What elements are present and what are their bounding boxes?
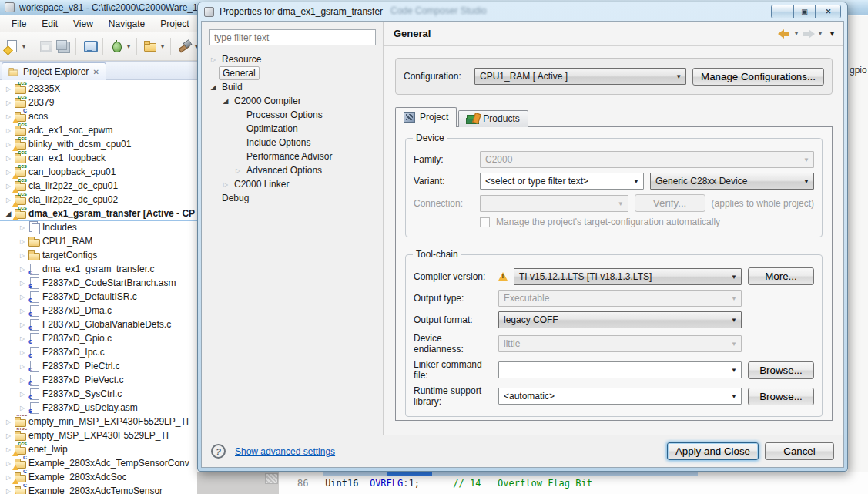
debug-icon[interactable] (109, 39, 123, 53)
collapsed-arrow-icon[interactable]: ▷ (3, 155, 14, 162)
collapsed-arrow-icon[interactable]: ▷ (3, 127, 14, 134)
debug-dropdown-icon[interactable]: ▾ (127, 43, 130, 50)
tree-item[interactable]: ▷cF2837xD_Ipc.c (0, 345, 199, 359)
tab-products[interactable]: Products (458, 110, 528, 127)
cancel-button[interactable]: Cancel (765, 442, 834, 460)
tree-item[interactable]: ◢ccsdma_ex1_gsram_transfer [Active - CP (0, 207, 199, 220)
combo-variant-[interactable]: <select or type filter text>▼ (480, 173, 644, 190)
browse--button[interactable]: Browse... (748, 361, 814, 379)
more--button[interactable]: More... (748, 267, 814, 285)
collapsed-arrow-icon[interactable]: ▷ (3, 99, 14, 106)
collapsed-arrow-icon[interactable]: ▷ (17, 294, 28, 301)
filter-input[interactable] (209, 29, 376, 45)
manage-target-config-checkbox[interactable] (480, 217, 490, 227)
collapsed-arrow-icon[interactable]: ▷ (3, 418, 14, 425)
settings-tree-item[interactable]: Performance Advisor (202, 150, 383, 163)
tree-item[interactable]: ▷ccsadc_ex1_soc_epwm (0, 123, 199, 137)
combo-compiler-version-[interactable]: TI v15.12.1.LTS [TI v18.1.3.LTS]▼ (514, 268, 742, 285)
tree-item[interactable]: ▷cF2837xD_Dma.c (0, 304, 199, 318)
settings-tree-item[interactable]: Optimization (202, 122, 383, 136)
save-icon[interactable] (39, 39, 52, 53)
tree-item[interactable]: ▷RTSCempty_min_MSP_EXP430F5529LP_TI (0, 415, 199, 428)
tree-item[interactable]: ▷cdma_ex1_gsram_transfer.c (0, 262, 199, 276)
tree-item[interactable]: ▷sF2837xD_CodeStartBranch.asm (0, 276, 199, 290)
settings-tree-item[interactable]: ◢Build (202, 80, 383, 94)
tree-item[interactable]: ▷ccs28335X (0, 82, 199, 96)
tree-item[interactable]: ▷RTSCempty_MSP_EXP430F5529LP_TI (0, 428, 199, 442)
settings-tree-item[interactable]: Debug (202, 191, 383, 205)
console-icon[interactable] (82, 39, 96, 53)
collapsed-arrow-icon[interactable]: ▷ (17, 349, 28, 356)
tree-item[interactable]: ▷CExample_2803xAdc_TempSensorConv (0, 456, 199, 470)
expanded-arrow-icon[interactable]: ◢ (220, 97, 231, 105)
collapsed-arrow-icon[interactable]: ▷ (17, 363, 28, 370)
forward-arrow-icon[interactable] (802, 29, 815, 39)
collapsed-arrow-icon[interactable]: ▷ (17, 335, 28, 342)
show-advanced-settings-link[interactable]: Show advanced settings (235, 446, 335, 457)
tree-item[interactable]: ▷ccscan_ex1_loopback (0, 151, 199, 165)
new-file-icon[interactable] (5, 39, 18, 53)
tree-item[interactable]: ▷ccscla_iir2p2z_dc_cpu01 (0, 179, 199, 193)
tree-item[interactable]: ▷cF2837xD_PieCtrl.c (0, 359, 199, 373)
maximize-button[interactable]: ▣ (793, 5, 816, 18)
combo-variant-[interactable]: Generic C28xx Device▼ (650, 173, 814, 190)
view-menu-icon[interactable]: ▾ (830, 29, 834, 38)
collapsed-arrow-icon[interactable]: ▷ (17, 377, 28, 384)
tree-item[interactable]: ▷cF2837xD_Gpio.c (0, 331, 199, 345)
menu-project[interactable]: Project (153, 17, 196, 31)
combo-linker-command-file-[interactable]: ▼ (498, 361, 742, 378)
settings-tree-item[interactable]: General (202, 66, 383, 80)
menu-navigate[interactable]: Navigate (102, 17, 152, 31)
new-file-dropdown-icon[interactable]: ▾ (22, 43, 25, 50)
apply-and-close-button[interactable]: Apply and Close (667, 442, 759, 460)
browse--button[interactable]: Browse... (748, 388, 814, 405)
tree-item[interactable]: ▷CExample_2803xAdcTempSensor (0, 484, 199, 494)
settings-tree-item[interactable]: ◢C2000 Compiler (202, 94, 383, 108)
tab-project-explorer[interactable]: Project Explorer ✕ (2, 62, 106, 80)
expanded-arrow-icon[interactable]: ◢ (208, 83, 219, 91)
collapsed-arrow-icon[interactable]: ▷ (233, 167, 243, 174)
open-project-icon[interactable] (143, 39, 157, 53)
save-all-icon[interactable] (55, 39, 69, 53)
tree-item[interactable]: ▷CExample_2803xAdcSoc (0, 470, 199, 484)
menu-view[interactable]: View (66, 17, 100, 31)
configuration-combo[interactable]: CPU1_RAM [ Active ]▼ (474, 68, 686, 85)
collapsed-arrow-icon[interactable]: ▷ (17, 266, 28, 273)
tree-item[interactable]: ▷cF2837xD_PieVect.c (0, 373, 199, 387)
minimize-button[interactable]: — (771, 5, 793, 18)
collapsed-arrow-icon[interactable]: ▷ (17, 280, 28, 287)
dialog-titlebar[interactable]: Properties for dma_ex1_gsram_transfer Co… (198, 2, 847, 21)
tree-item[interactable]: ▷ccscan_loopback_cpu01 (0, 165, 199, 179)
tree-item[interactable]: ▷CPU1_RAM (0, 234, 199, 248)
tree-item[interactable]: ▷ccsblinky_with_dcsm_cpu01 (0, 137, 199, 151)
tree-item[interactable]: ▷targetConfigs (0, 248, 199, 262)
settings-tree-item[interactable]: Include Options (202, 136, 383, 150)
collapsed-arrow-icon[interactable]: ▷ (220, 181, 231, 188)
tree-item[interactable]: ▷Cacos (0, 109, 199, 123)
settings-tree-item[interactable]: ▷C2000 Linker (202, 177, 383, 191)
tree-item[interactable]: ▷cF2837xD_GlobalVariableDefs.c (0, 318, 199, 331)
collapsed-arrow-icon[interactable]: ▷ (17, 391, 28, 398)
settings-tree-item[interactable]: ▷Resource (202, 52, 383, 66)
tree-item[interactable]: ▷cF2837xD_DefaultISR.c (0, 290, 199, 304)
tab-project[interactable]: Project (395, 107, 457, 127)
tree-item[interactable]: ▷ccsenet_lwip (0, 442, 199, 456)
back-history-dropdown-icon[interactable]: ▾ (795, 30, 798, 37)
manage-configurations-button[interactable]: Manage Configurations... (692, 68, 824, 86)
forward-history-dropdown-icon[interactable]: ▾ (819, 30, 822, 37)
explorer-tab-close-icon[interactable]: ✕ (92, 68, 99, 76)
collapsed-arrow-icon[interactable]: ▷ (17, 321, 28, 328)
collapsed-arrow-icon[interactable]: ▷ (17, 307, 28, 314)
settings-tree-item[interactable]: ▷Advanced Options (202, 163, 383, 177)
close-button[interactable]: ✕ (816, 5, 841, 18)
tree-item[interactable]: ▷ccscla_iir2p2z_dc_cpu02 (0, 193, 199, 207)
build-icon[interactable] (177, 39, 191, 53)
collapsed-arrow-icon[interactable]: ▷ (3, 432, 14, 439)
combo-output-format-[interactable]: legacy COFF▼ (498, 311, 742, 328)
menu-edit[interactable]: Edit (35, 17, 65, 31)
collapsed-arrow-icon[interactable]: ▷ (17, 224, 28, 231)
collapsed-arrow-icon[interactable]: ▷ (3, 86, 14, 92)
collapsed-arrow-icon[interactable]: ▷ (17, 238, 28, 245)
tree-item[interactable]: ▷sF2837xD_usDelay.asm (0, 401, 199, 415)
tree-item[interactable]: ▷ccs28379 (0, 96, 199, 109)
